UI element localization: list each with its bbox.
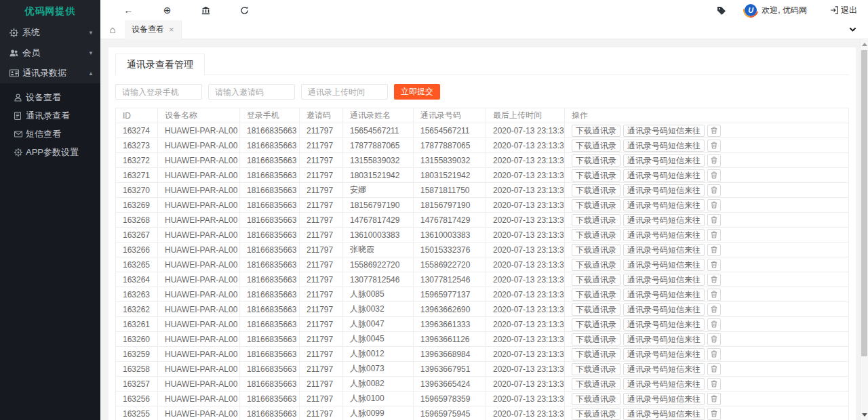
sms-history-button[interactable]: 通讯录号码短信来往 — [623, 274, 705, 286]
download-contacts-button[interactable]: 下载通讯录 — [572, 184, 620, 196]
refresh-icon[interactable] — [225, 0, 264, 20]
delete-button[interactable] — [707, 303, 721, 316]
cell-id: 163267 — [116, 228, 158, 243]
download-contacts-button[interactable]: 下载通讯录 — [572, 125, 620, 137]
cell-number: 15871811750 — [414, 183, 486, 198]
sms-history-button[interactable]: 通讯录号码短信来往 — [623, 229, 705, 241]
delete-button[interactable] — [707, 363, 721, 375]
sms-history-button[interactable]: 通讯录号码短信来往 — [623, 125, 705, 137]
delete-button[interactable] — [707, 259, 721, 271]
tab-list-chevron-icon[interactable] — [848, 25, 857, 34]
sms-history-button[interactable]: 通讯录号码短信来往 — [623, 169, 705, 182]
download-contacts-button[interactable]: 下载通讯录 — [572, 363, 620, 375]
sms-history-button[interactable]: 通讯录号码短信来往 — [623, 318, 705, 331]
delete-button[interactable] — [707, 333, 721, 345]
cell-id: 163256 — [116, 392, 158, 406]
scroll-down-arrow-icon[interactable] — [862, 413, 867, 417]
delete-button[interactable] — [707, 125, 721, 137]
sms-history-button[interactable]: 通讯录号码短信来往 — [623, 140, 705, 152]
sms-history-button[interactable]: 通讯录号码短信来往 — [623, 154, 705, 167]
sms-history-button[interactable]: 通讯录号码短信来往 — [623, 289, 705, 301]
download-contacts-button[interactable]: 下载通讯录 — [572, 169, 620, 182]
cell-name: 15654567211 — [343, 123, 414, 138]
delete-button[interactable] — [707, 154, 721, 167]
delete-button[interactable] — [707, 214, 721, 226]
sidebar-item-contacts-data[interactable]: 通讯录数据 ▲ — [0, 63, 100, 83]
sidebar-item-device-view[interactable]: 设备查看 — [0, 88, 100, 106]
delete-button[interactable] — [707, 169, 721, 182]
cell-name: 14767817429 — [343, 213, 414, 228]
cell-actions: 下载通讯录通讯录号码短信来往 — [565, 392, 849, 406]
sidebar-item-contacts-view[interactable]: 通讯录查看 — [0, 106, 100, 125]
locate-icon[interactable]: ⊕ — [148, 0, 186, 20]
cell-id: 163265 — [116, 257, 158, 272]
cell-id: 163257 — [116, 377, 158, 392]
cell-device: HUAWEI-PAR-AL00 — [158, 317, 240, 332]
invite-code-input[interactable] — [208, 84, 295, 100]
download-contacts-button[interactable]: 下载通讯录 — [572, 318, 620, 331]
tag-icon[interactable] — [717, 6, 726, 15]
delete-button[interactable] — [707, 408, 721, 420]
sms-history-button[interactable]: 通讯录号码短信来往 — [623, 303, 705, 316]
download-contacts-button[interactable]: 下载通讯录 — [572, 333, 620, 345]
download-contacts-button[interactable]: 下载通讯录 — [572, 378, 620, 390]
delete-button[interactable] — [707, 348, 721, 360]
sms-history-button[interactable]: 通讯录号码短信来往 — [623, 348, 705, 360]
download-contacts-button[interactable]: 下载通讯录 — [572, 289, 620, 301]
download-contacts-button[interactable]: 下载通讯录 — [572, 259, 620, 271]
download-contacts-button[interactable]: 下载通讯录 — [572, 408, 620, 420]
download-contacts-button[interactable]: 下载通讯录 — [572, 214, 620, 226]
sidebar-item-app-settings[interactable]: APP参数设置 — [0, 143, 100, 161]
download-contacts-button[interactable]: 下载通讯录 — [572, 393, 620, 405]
upload-time-input[interactable] — [301, 84, 388, 100]
sms-history-button[interactable]: 通讯录号码短信来往 — [623, 393, 705, 405]
close-icon[interactable]: × — [169, 24, 174, 35]
user-menu[interactable]: U 欢迎, 优码网 — [745, 4, 807, 16]
bank-icon[interactable] — [186, 0, 225, 20]
download-contacts-button[interactable]: 下载通讯录 — [572, 199, 620, 211]
scrollbar-thumb[interactable] — [861, 50, 867, 356]
delete-button[interactable] — [707, 229, 721, 241]
sidebar-item-system[interactable]: 系统 ▼ — [0, 22, 100, 43]
delete-button[interactable] — [707, 140, 721, 152]
download-contacts-button[interactable]: 下载通讯录 — [572, 303, 620, 316]
delete-button[interactable] — [707, 274, 721, 286]
sms-history-button[interactable]: 通讯录号码短信来往 — [623, 184, 705, 196]
sms-history-button[interactable]: 通讯录号码短信来往 — [623, 333, 705, 345]
delete-button[interactable] — [707, 378, 721, 390]
cell-device: HUAWEI-PAR-AL00 — [158, 392, 240, 406]
tab-contacts-view-manage[interactable]: 通讯录查看管理 — [115, 54, 205, 75]
delete-button[interactable] — [707, 199, 721, 211]
sidebar-item-members[interactable]: 会员 ▼ — [0, 43, 100, 63]
sms-history-button[interactable]: 通讯录号码短信来往 — [623, 199, 705, 211]
cell-phone: 18166835663 — [240, 153, 300, 168]
sms-history-button[interactable]: 通讯录号码短信来往 — [623, 378, 705, 390]
sms-history-button[interactable]: 通讯录号码短信来往 — [623, 363, 705, 375]
delete-button[interactable] — [707, 244, 721, 256]
sidebar-item-sms-view[interactable]: 短信查看 — [0, 125, 100, 143]
delete-button[interactable] — [707, 289, 721, 301]
sms-history-button[interactable]: 通讯录号码短信来往 — [623, 259, 705, 271]
download-contacts-button[interactable]: 下载通讯录 — [572, 244, 620, 256]
sms-history-button[interactable]: 通讯录号码短信来往 — [623, 214, 705, 226]
download-contacts-button[interactable]: 下载通讯录 — [572, 274, 620, 286]
cell-name: 18156797190 — [343, 198, 414, 213]
delete-button[interactable] — [707, 318, 721, 331]
sms-history-button[interactable]: 通讯录号码短信来往 — [623, 408, 705, 420]
submit-button[interactable]: 立即提交 — [394, 84, 440, 100]
back-icon[interactable]: ← — [109, 0, 148, 20]
login-phone-input[interactable] — [115, 84, 202, 100]
cell-invite: 211797 — [300, 123, 343, 138]
delete-button[interactable] — [707, 393, 721, 405]
scroll-up-arrow-icon[interactable] — [862, 43, 867, 46]
download-contacts-button[interactable]: 下载通讯录 — [572, 140, 620, 152]
download-contacts-button[interactable]: 下载通讯录 — [572, 348, 620, 360]
logout-button[interactable]: 退出 — [830, 5, 857, 16]
tab-device-view[interactable]: 设备查看 × — [125, 20, 182, 39]
delete-button[interactable] — [707, 184, 721, 196]
home-icon[interactable]: ⌂ — [100, 24, 125, 35]
download-contacts-button[interactable]: 下载通讯录 — [572, 229, 620, 241]
download-contacts-button[interactable]: 下载通讯录 — [572, 154, 620, 167]
sms-history-button[interactable]: 通讯录号码短信来往 — [623, 244, 705, 256]
vertical-scrollbar[interactable] — [860, 39, 868, 420]
